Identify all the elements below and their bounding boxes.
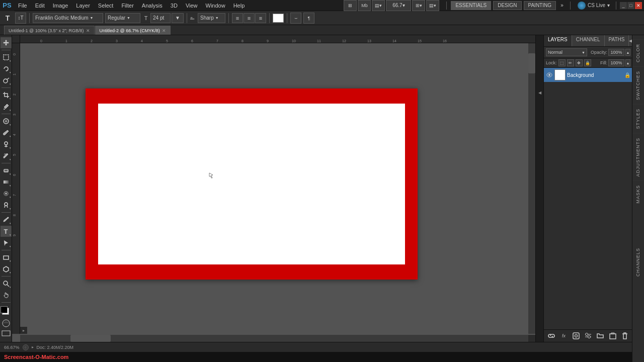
font-size-dropdown[interactable]: ▼ (172, 13, 184, 23)
close-button[interactable]: ✕ (635, 2, 642, 9)
scrollbar-vertical[interactable] (528, 43, 535, 334)
font-size-input[interactable]: 24 pt (150, 13, 171, 23)
font-family-dropdown[interactable]: Franklin Gothic Medium ▼ (33, 13, 103, 23)
layer-row-background[interactable]: Background 🔒 (544, 68, 632, 82)
tab-channels[interactable]: CHANNEL (572, 35, 605, 46)
crop-tool[interactable]: ▾ (1, 89, 12, 101)
panel-strip-masks[interactable]: MASKS (632, 180, 644, 206)
canvas-viewport[interactable] (20, 43, 535, 334)
font-style-dropdown[interactable]: Regular ▼ (105, 13, 140, 23)
menu-file[interactable]: File (14, 0, 31, 11)
layer-fx-btn[interactable]: fx (559, 331, 568, 340)
menu-image[interactable]: Image (49, 0, 72, 11)
tab-paths[interactable]: PATHS (605, 35, 629, 46)
toolbar-icon-2[interactable]: Mb (358, 0, 371, 11)
clone-stamp-tool[interactable]: ▾ (1, 139, 12, 150)
menu-analysis[interactable]: Analysis (138, 0, 167, 11)
layer-visibility-toggle[interactable] (546, 71, 553, 78)
blend-mode-dropdown[interactable]: Normal ▼ (546, 48, 587, 56)
layer-folder-btn[interactable] (596, 331, 605, 340)
pen-tool[interactable]: ▾ (1, 214, 12, 225)
minimize-button[interactable]: _ (620, 2, 627, 9)
menu-filter[interactable]: Filter (117, 0, 137, 11)
tab-close-1[interactable]: ✕ (86, 28, 90, 33)
menu-3d[interactable]: 3D (167, 0, 182, 11)
align-left[interactable]: ≡ (232, 13, 243, 23)
fill-value[interactable]: 100% (608, 59, 624, 66)
gradient-tool[interactable]: ▾ (1, 176, 12, 188)
collapse-right-panels[interactable]: ◀ (536, 77, 543, 108)
menu-view[interactable]: View (182, 0, 202, 11)
zoom-fit-btn[interactable]: ○ (23, 344, 29, 350)
menu-window[interactable]: Window (202, 0, 229, 11)
workspace-expand[interactable]: » (558, 2, 566, 10)
dodge-tool[interactable]: ▾ (1, 200, 12, 211)
brush-tool[interactable]: ▾ (1, 127, 12, 138)
toolbar-icon-3[interactable]: ▤▾ (372, 0, 385, 11)
move-tool[interactable] (1, 37, 12, 48)
text-tool-options[interactable]: T (2, 13, 13, 24)
fill-stepper[interactable]: ▲ (625, 59, 630, 66)
layer-adjustment-btn[interactable] (584, 331, 593, 340)
cs-live[interactable]: CS Live▾ (575, 2, 613, 10)
text-tool[interactable]: T ▾ (1, 226, 12, 237)
blur-tool[interactable]: ▾ (1, 188, 12, 199)
panel-strip-channels[interactable]: CHANNELS (632, 246, 644, 279)
scroll-to-start[interactable]: ▸ (20, 327, 27, 334)
menu-help[interactable]: Help (229, 0, 249, 11)
character-panel[interactable]: ¶ (303, 13, 314, 24)
workspace-design[interactable]: DESIGN (493, 1, 521, 10)
doc-tab-2[interactable]: Untitled-2 @ 66.7% (CMYK/8) ✕ (95, 26, 171, 35)
lasso-tool[interactable]: ▾ (1, 63, 12, 74)
3d-tool[interactable]: ▾ (1, 263, 12, 275)
panel-strip-item[interactable]: COLOR (632, 39, 644, 64)
align-right[interactable]: ≡ (255, 13, 266, 23)
text-orientation[interactable]: ↕T (15, 13, 26, 24)
menu-layer[interactable]: Layer (72, 0, 94, 11)
layer-mask-btn[interactable] (572, 331, 581, 340)
tab-close-2[interactable]: ✕ (162, 28, 166, 33)
panel-strip-styles[interactable]: STYLES (632, 104, 644, 131)
zoom-tool[interactable]: ▾ (1, 278, 12, 289)
toolbar-icon-4[interactable]: ⊞▾ (412, 0, 425, 11)
text-color-swatch[interactable] (273, 14, 284, 23)
doc-tab-1[interactable]: Untitled-1 @ 100% (3.5" x 2"; RGB/8) ✕ (4, 26, 95, 35)
opacity-stepper[interactable]: ▲ (625, 49, 630, 56)
panel-strip-adjustments[interactable]: ADJUSTMENTS (632, 133, 644, 179)
workspace-essentials[interactable]: ESSENTIALS (451, 1, 491, 10)
tab-layers[interactable]: LAYERS (544, 35, 572, 46)
lock-position[interactable]: ✥ (576, 59, 583, 66)
shape-tool[interactable]: ▾ (1, 252, 12, 263)
hand-tool[interactable] (1, 290, 12, 301)
menu-edit[interactable]: Edit (31, 0, 49, 11)
warp-text[interactable]: ⌣ (290, 13, 301, 24)
quick-selection-tool[interactable]: ▾ (1, 75, 12, 86)
info-arrow[interactable]: ▸ (32, 345, 34, 349)
screen-mode-btn[interactable] (2, 330, 11, 337)
scrollbar-horizontal[interactable] (20, 335, 528, 342)
layer-link-btn[interactable] (547, 331, 556, 340)
layer-new-btn[interactable] (608, 331, 617, 340)
quick-mask-btn[interactable] (2, 319, 11, 329)
toolbar-icon-5[interactable]: ▤▾ (426, 0, 439, 11)
document-canvas[interactable] (86, 88, 418, 280)
history-brush-tool[interactable]: ▾ (1, 150, 12, 161)
toolbar-icon-1[interactable]: ⊞ (344, 0, 357, 11)
toolbar-zoom[interactable]: 66.7▾ (386, 0, 411, 11)
lock-transparency[interactable]: ⬚ (558, 59, 566, 66)
anti-alias-dropdown[interactable]: Sharp ▼ (198, 13, 225, 23)
layer-delete-btn[interactable] (620, 331, 629, 340)
marquee-tool[interactable]: ▾ (1, 52, 12, 63)
panel-strip-swatches[interactable]: SWATCHES (632, 66, 644, 102)
color-swatches[interactable] (1, 306, 12, 317)
maximize-button[interactable]: □ (627, 2, 634, 9)
align-center[interactable]: ≡ (244, 13, 255, 23)
menu-select[interactable]: Select (94, 0, 118, 11)
eyedropper-tool[interactable]: ▾ (1, 101, 12, 112)
healing-tool[interactable]: ▾ (1, 116, 12, 127)
lock-all[interactable]: 🔒 (584, 59, 591, 66)
lock-pixels[interactable]: ✏ (567, 59, 574, 66)
workspace-painting[interactable]: PAINTING (524, 1, 556, 10)
eraser-tool[interactable]: ▾ (1, 165, 12, 176)
path-selection-tool[interactable]: ▾ (1, 237, 12, 248)
